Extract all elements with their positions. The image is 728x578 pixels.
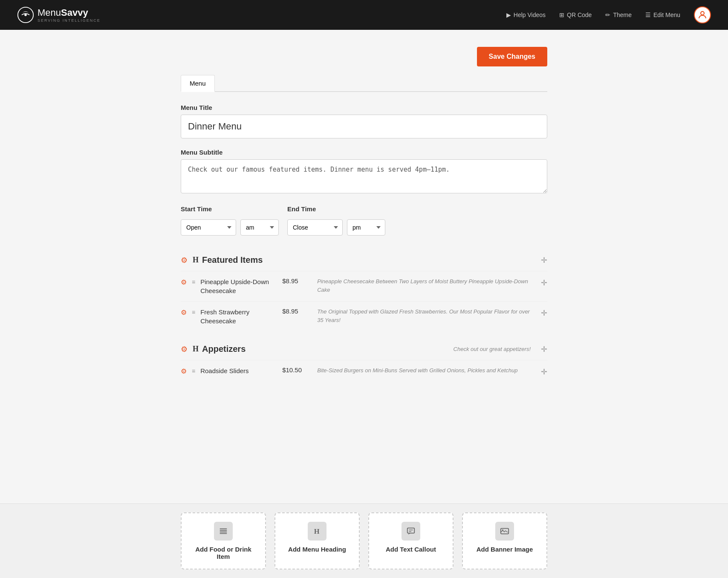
list-icon [219, 526, 228, 536]
heading-icon-featured: H [193, 256, 199, 265]
section-title-appetizers: H Appetizers [193, 344, 448, 354]
section-appetizers: ⚙ H Appetizers Check out our great appet… [181, 338, 547, 382]
end-time-inputs: Close 10:00 11:00 pm am [287, 219, 385, 236]
drag-handle-pineapple[interactable]: ✛ [541, 278, 547, 288]
item-list-icon-strawberry: ≡ [192, 309, 195, 316]
add-callout-icon [402, 522, 420, 541]
logo-wordmark: MenuSavvy Serving Intelligence [38, 7, 101, 23]
user-avatar[interactable] [694, 6, 711, 23]
section-header-appetizers: ⚙ H Appetizers Check out our great appet… [181, 338, 547, 360]
heading-icon: H [312, 526, 322, 536]
item-gear-icon-sliders[interactable]: ⚙ [181, 367, 187, 375]
end-time-select[interactable]: Close 10:00 11:00 [287, 219, 343, 236]
drag-handle-sliders[interactable]: ✛ [541, 367, 547, 377]
save-btn-row: Save Changes [181, 47, 547, 66]
main-content: Save Changes Menu Menu Title Menu Subtit… [172, 30, 556, 471]
menu-subtitle-input[interactable]: Check out our famous featured items. Din… [181, 159, 547, 193]
menu-item-sliders: ⚙ ≡ Roadside Sliders $10.50 Bite-Sized B… [181, 360, 547, 382]
section-gear-icon-appetizers[interactable]: ⚙ [181, 345, 188, 354]
nav-theme[interactable]: ✏ Theme [605, 12, 632, 18]
add-banner-icon [495, 522, 514, 541]
add-banner-card[interactable]: Add Banner Image [462, 512, 547, 569]
callout-icon [406, 526, 416, 536]
start-time-label: Start Time [181, 205, 279, 213]
drag-handle-featured[interactable]: ✛ [541, 256, 547, 265]
start-time-select[interactable]: Open 12:00 12:30 [181, 219, 236, 236]
tab-menu[interactable]: Menu [181, 75, 215, 92]
heading-icon-appetizers: H [193, 345, 199, 354]
end-time-group: End Time Close 10:00 11:00 pm am [287, 205, 385, 236]
start-time-group: Start Time Open 12:00 12:30 am pm [181, 205, 279, 236]
svg-text:H: H [314, 527, 320, 535]
end-time-label: End Time [287, 205, 385, 213]
item-list-icon-sliders: ≡ [192, 368, 195, 374]
add-food-label: Add Food or Drink Item [190, 546, 257, 560]
logo-text-bold: Savvy [61, 7, 88, 18]
svg-point-1 [24, 14, 26, 16]
drag-handle-strawberry[interactable]: ✛ [541, 308, 547, 318]
menu-title-input[interactable] [181, 115, 547, 138]
logo-icon [17, 6, 34, 23]
menu-subtitle-label: Menu Subtitle [181, 149, 547, 156]
nav-qr-code[interactable]: ⊞ QR Code [559, 12, 592, 18]
add-heading-label: Add Menu Heading [288, 546, 346, 553]
qr-icon: ⊞ [559, 12, 564, 18]
add-callout-label: Add Text Callout [386, 546, 436, 553]
menu-icon: ☰ [645, 12, 651, 18]
bottom-action-bar: Add Food or Drink Item H Add Menu Headin… [0, 503, 728, 578]
main-nav: ▶ Help Videos ⊞ QR Code ✏ Theme ☰ Edit M… [506, 6, 711, 23]
tab-bar: Menu [181, 75, 547, 92]
end-ampm-select[interactable]: pm am [347, 219, 385, 236]
nav-help-videos[interactable]: ▶ Help Videos [506, 12, 546, 18]
add-heading-card[interactable]: H Add Menu Heading [274, 512, 360, 569]
add-banner-label: Add Banner Image [477, 546, 533, 553]
item-gear-icon-pineapple[interactable]: ⚙ [181, 278, 187, 286]
section-title-featured: H Featured Items [193, 255, 536, 265]
theme-icon: ✏ [605, 12, 610, 18]
item-list-icon-pineapple: ≡ [192, 279, 195, 285]
add-callout-card[interactable]: Add Text Callout [368, 512, 454, 569]
banner-icon [500, 526, 509, 536]
app-header: MenuSavvy Serving Intelligence ▶ Help Vi… [0, 0, 728, 30]
start-ampm-select[interactable]: am pm [240, 219, 279, 236]
nav-edit-menu[interactable]: ☰ Edit Menu [645, 12, 680, 18]
section-featured-items: ⚙ H Featured Items ✛ ⚙ ≡ Pineapple Upsid… [181, 249, 547, 331]
section-gear-icon-featured[interactable]: ⚙ [181, 256, 188, 265]
logo[interactable]: MenuSavvy Serving Intelligence [17, 6, 101, 23]
drag-handle-appetizers[interactable]: ✛ [541, 345, 547, 354]
menu-title-label: Menu Title [181, 104, 547, 111]
avatar-icon [697, 10, 708, 20]
svg-rect-8 [407, 528, 415, 533]
add-heading-icon: H [308, 522, 326, 541]
svg-point-2 [701, 12, 704, 15]
svg-point-13 [502, 529, 503, 531]
add-food-card[interactable]: Add Food or Drink Item [181, 512, 266, 569]
start-time-inputs: Open 12:00 12:30 am pm [181, 219, 279, 236]
section-header-featured: ⚙ H Featured Items ✛ [181, 249, 547, 271]
item-gear-icon-strawberry[interactable]: ⚙ [181, 308, 187, 316]
add-food-icon [214, 522, 233, 541]
logo-subtitle: Serving Intelligence [38, 18, 101, 23]
menu-item-strawberry: ⚙ ≡ Fresh Strawberry Cheesecake $8.95 Th… [181, 301, 547, 331]
menu-item-pineapple: ⚙ ≡ Pineapple Upside-Down Cheesecake $8.… [181, 271, 547, 301]
time-row: Start Time Open 12:00 12:30 am pm End Ti… [181, 205, 547, 236]
video-icon: ▶ [506, 12, 511, 18]
save-changes-button[interactable]: Save Changes [477, 47, 547, 66]
logo-text-light: Menu [38, 7, 61, 18]
